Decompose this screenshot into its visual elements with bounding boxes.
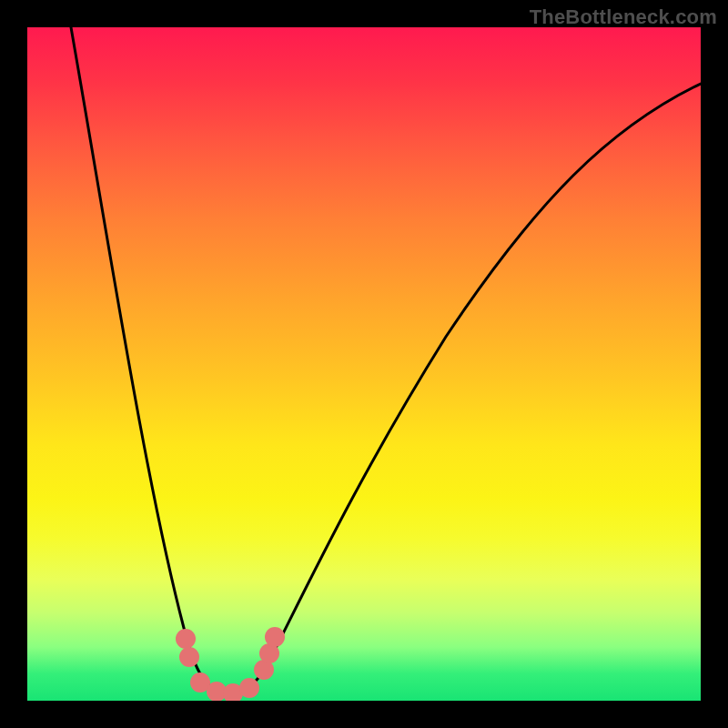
marker-layer: [27, 27, 701, 701]
svg-point-5: [239, 678, 259, 698]
svg-point-1: [179, 647, 199, 667]
svg-point-8: [265, 627, 285, 647]
markers: [176, 627, 285, 701]
watermark: TheBottleneck.com: [530, 5, 717, 29]
chart-frame: TheBottleneck.com: [0, 0, 728, 728]
svg-point-0: [176, 629, 196, 649]
